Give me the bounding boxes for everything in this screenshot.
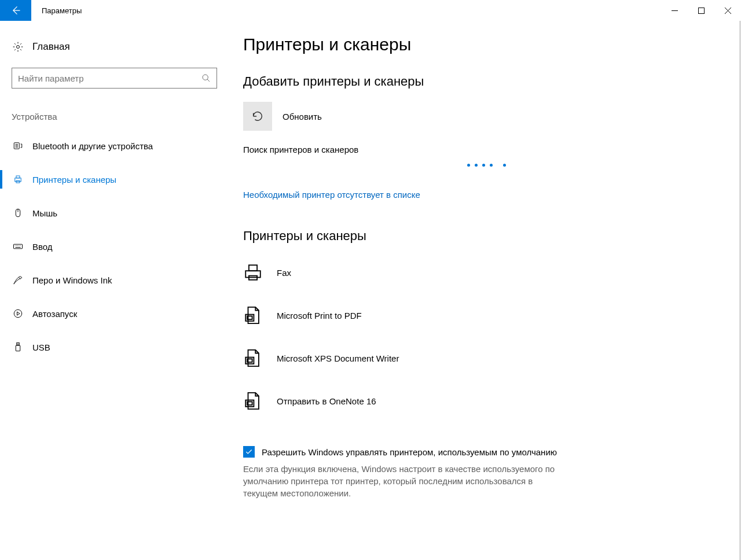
titlebar: Параметры [0, 0, 741, 21]
sidebar-item-label: USB [32, 342, 50, 352]
printer-label: Microsoft XPS Document Writer [277, 353, 399, 363]
printer-not-listed-link[interactable]: Необходимый принтер отсутствует в списке [243, 190, 420, 200]
sidebar-item-usb[interactable]: USB [12, 334, 208, 360]
printer-item-onenote[interactable]: Отправить в OneNote 16 [243, 385, 718, 417]
printer-icon [12, 174, 24, 185]
xps-printer-icon [243, 348, 266, 368]
svg-rect-8 [14, 244, 23, 249]
refresh-label: Обновить [283, 112, 322, 121]
printer-label: Fax [277, 268, 291, 278]
default-printer-checkbox[interactable] [243, 446, 255, 458]
sidebar-item-label: Перо и Windows Ink [32, 275, 112, 285]
keyboard-icon [12, 241, 24, 252]
svg-rect-10 [17, 343, 20, 346]
default-printer-hint: Если эта функция включена, Windows настр… [243, 463, 567, 499]
sidebar-item-bluetooth[interactable]: Bluetooth и другие устройства [12, 133, 208, 159]
minimize-icon [672, 8, 678, 14]
refresh-button[interactable] [243, 102, 272, 131]
home-label: Главная [32, 41, 70, 53]
mouse-icon [12, 208, 24, 218]
back-button[interactable] [0, 0, 31, 21]
svg-rect-12 [245, 271, 261, 277]
sidebar-item-autoplay[interactable]: Автозапуск [12, 301, 208, 326]
sidebar-item-mouse[interactable]: Мышь [12, 200, 208, 226]
maximize-icon [698, 8, 705, 14]
list-section-title: Принтеры и сканеры [243, 229, 718, 244]
close-icon [725, 8, 731, 14]
bluetooth-icon [12, 141, 24, 151]
search-icon [201, 73, 211, 83]
svg-rect-11 [16, 345, 20, 351]
sidebar-item-pen[interactable]: Перо и Windows Ink [12, 267, 208, 293]
arrow-left-icon [10, 5, 21, 16]
searching-status: Поиск принтеров и сканеров [243, 145, 718, 154]
sidebar-item-label: Мышь [32, 208, 57, 218]
window-controls [661, 0, 741, 21]
sidebar-group-label: Устройства [12, 112, 208, 121]
pen-icon [12, 275, 24, 285]
search-input[interactable] [18, 73, 201, 83]
autoplay-icon [12, 308, 24, 319]
window-title: Параметры [31, 0, 661, 21]
svg-rect-5 [16, 176, 20, 178]
svg-point-2 [203, 75, 208, 80]
sidebar-item-label: Принтеры и сканеры [32, 175, 116, 185]
svg-rect-0 [698, 8, 704, 13]
main-content: Принтеры и сканеры Добавить принтеры и с… [220, 21, 741, 560]
default-printer-checkbox-row: Разрешить Windows управлять принтером, и… [243, 446, 567, 458]
sidebar-item-printers[interactable]: Принтеры и сканеры [12, 167, 208, 192]
add-section-title: Добавить принтеры и сканеры [243, 74, 718, 89]
search-box[interactable] [12, 68, 217, 89]
sidebar: Главная Устройства Bluetooth и другие ус… [0, 21, 220, 560]
printer-item-pdf[interactable]: Microsoft Print to PDF [243, 299, 718, 331]
progress-indicator [382, 164, 590, 167]
gear-icon [12, 41, 24, 53]
printer-item-fax[interactable]: Fax [243, 256, 718, 289]
close-button[interactable] [714, 0, 741, 21]
pdf-printer-icon [243, 305, 266, 325]
fax-icon [243, 263, 266, 282]
home-link[interactable]: Главная [12, 41, 208, 53]
svg-point-1 [17, 46, 20, 49]
usb-icon [12, 342, 24, 352]
page-title: Принтеры и сканеры [243, 35, 718, 54]
printer-label: Отправить в OneNote 16 [277, 396, 376, 406]
check-icon [245, 448, 253, 456]
svg-rect-13 [249, 265, 257, 271]
svg-rect-4 [15, 178, 21, 182]
refresh-icon [251, 110, 264, 123]
sidebar-item-label: Ввод [32, 242, 53, 252]
default-printer-checkbox-label: Разрешить Windows управлять принтером, и… [262, 446, 557, 458]
onenote-printer-icon [243, 391, 266, 411]
printer-label: Microsoft Print to PDF [277, 311, 362, 320]
printer-item-xps[interactable]: Microsoft XPS Document Writer [243, 342, 718, 374]
refresh-row: Обновить [243, 102, 718, 131]
svg-point-9 [14, 310, 22, 318]
sidebar-item-label: Bluetooth и другие устройства [32, 141, 153, 151]
minimize-button[interactable] [661, 0, 688, 21]
sidebar-item-label: Автозапуск [32, 309, 77, 319]
sidebar-item-typing[interactable]: Ввод [12, 234, 208, 259]
maximize-button[interactable] [688, 0, 714, 21]
